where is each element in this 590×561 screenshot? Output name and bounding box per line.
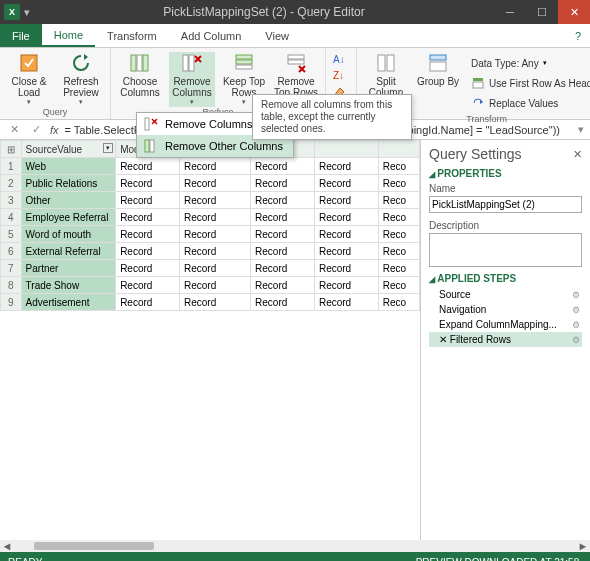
cell[interactable]: Reco [378, 294, 419, 311]
rownum-cell[interactable]: 3 [1, 192, 22, 209]
tab-home[interactable]: Home [42, 24, 95, 47]
table-row[interactable]: 2 Public Relations Record Record Record … [1, 175, 420, 192]
cell[interactable]: Record [116, 260, 180, 277]
help-button[interactable]: ? [566, 24, 590, 47]
cell[interactable]: Record [179, 277, 250, 294]
cell[interactable]: Record [251, 243, 315, 260]
refresh-preview-button[interactable]: Refresh Preview▾ [58, 52, 104, 107]
gear-icon[interactable]: ⚙ [572, 320, 580, 330]
cell[interactable]: Record [251, 260, 315, 277]
cell-sourcevalue[interactable]: Word of mouth [21, 226, 116, 243]
cell[interactable]: Record [116, 158, 180, 175]
gear-icon[interactable]: ⚙ [572, 290, 580, 300]
col-6[interactable] [378, 141, 419, 158]
applied-step[interactable]: ✕ Filtered Rows⚙ [429, 332, 582, 347]
cell[interactable]: Record [179, 226, 250, 243]
maximize-button[interactable]: ☐ [526, 0, 558, 24]
cell[interactable]: Reco [378, 158, 419, 175]
applied-steps-section[interactable]: APPLIED STEPS [429, 273, 582, 284]
cell[interactable]: Reco [378, 175, 419, 192]
description-input[interactable] [429, 233, 582, 267]
cell[interactable]: Record [179, 243, 250, 260]
applied-step[interactable]: Expand ColumnMapping...⚙ [429, 317, 582, 332]
cell[interactable]: Record [314, 209, 378, 226]
cell[interactable]: Record [251, 158, 315, 175]
rownum-cell[interactable]: 8 [1, 277, 22, 294]
col-5[interactable] [314, 141, 378, 158]
table-row[interactable]: 5 Word of mouth Record Record Record Rec… [1, 226, 420, 243]
properties-section[interactable]: PROPERTIES [429, 168, 582, 179]
table-row[interactable]: 9 Advertisement Record Record Record Rec… [1, 294, 420, 311]
pane-close-button[interactable]: ✕ [573, 148, 582, 161]
cell[interactable]: Record [314, 175, 378, 192]
filter-icon[interactable]: ▾ [103, 143, 113, 153]
rownum-cell[interactable]: 7 [1, 260, 22, 277]
applied-step[interactable]: Navigation⚙ [429, 302, 582, 317]
name-input[interactable] [429, 196, 582, 213]
cell[interactable]: Record [116, 175, 180, 192]
replace-values-button[interactable]: Replace Values [471, 94, 590, 112]
data-grid[interactable]: ⊞ SourceValue▾ ModifiedBy↔ ProcessCode↔ … [0, 140, 420, 540]
title-dropdown[interactable]: ▾ [20, 6, 34, 19]
applied-step[interactable]: Source⚙ [429, 287, 582, 302]
table-row[interactable]: 8 Trade Show Record Record Record Record… [1, 277, 420, 294]
tab-add-column[interactable]: Add Column [169, 24, 254, 47]
cell[interactable]: Record [179, 158, 250, 175]
cell-sourcevalue[interactable]: Trade Show [21, 277, 116, 294]
cell-sourcevalue[interactable]: Advertisement [21, 294, 116, 311]
rownum-cell[interactable]: 5 [1, 226, 22, 243]
cancel-formula-button[interactable]: ✕ [6, 123, 22, 136]
gear-icon[interactable]: ⚙ [572, 305, 580, 315]
cell[interactable]: Record [116, 192, 180, 209]
rownum-cell[interactable]: 9 [1, 294, 22, 311]
cell[interactable]: Reco [378, 277, 419, 294]
cell[interactable]: Record [314, 226, 378, 243]
cell[interactable]: Record [179, 260, 250, 277]
cell[interactable]: Record [251, 277, 315, 294]
tab-view[interactable]: View [253, 24, 301, 47]
cell[interactable]: Record [314, 158, 378, 175]
cell[interactable]: Record [251, 192, 315, 209]
cell[interactable]: Record [116, 243, 180, 260]
horizontal-scrollbar[interactable]: ◄► [0, 540, 590, 552]
rownum-cell[interactable]: 6 [1, 243, 22, 260]
table-row[interactable]: 4 Employee Referral Record Record Record… [1, 209, 420, 226]
remove-columns-button[interactable]: Remove Columns▾ [169, 52, 215, 107]
tab-file[interactable]: File [0, 24, 42, 47]
cell[interactable]: Record [116, 294, 180, 311]
cell-sourcevalue[interactable]: Web [21, 158, 116, 175]
accept-formula-button[interactable]: ✓ [28, 123, 44, 136]
cell[interactable]: Record [116, 226, 180, 243]
close-button[interactable]: ✕ [558, 0, 590, 24]
rownum-header[interactable]: ⊞ [1, 141, 22, 158]
cell-sourcevalue[interactable]: Partner [21, 260, 116, 277]
cell[interactable]: Reco [378, 243, 419, 260]
tab-transform[interactable]: Transform [95, 24, 169, 47]
cell[interactable]: Record [116, 277, 180, 294]
cell[interactable]: Record [251, 175, 315, 192]
table-row[interactable]: 7 Partner Record Record Record Record Re… [1, 260, 420, 277]
cell-sourcevalue[interactable]: External Referral [21, 243, 116, 260]
cell[interactable]: Reco [378, 260, 419, 277]
rownum-cell[interactable]: 1 [1, 158, 22, 175]
cell[interactable]: Record [314, 192, 378, 209]
cell[interactable]: Record [179, 294, 250, 311]
cell[interactable]: Reco [378, 226, 419, 243]
group-by-button[interactable]: Group By [415, 52, 461, 114]
cell[interactable]: Record [179, 209, 250, 226]
table-row[interactable]: 6 External Referral Record Record Record… [1, 243, 420, 260]
minimize-button[interactable]: ─ [494, 0, 526, 24]
cell[interactable]: Record [116, 209, 180, 226]
data-type-button[interactable]: Data Type: Any▾ [471, 54, 590, 72]
cell-sourcevalue[interactable]: Public Relations [21, 175, 116, 192]
cell[interactable]: Record [179, 192, 250, 209]
table-row[interactable]: 1 Web Record Record Record Record Reco [1, 158, 420, 175]
close-load-button[interactable]: Close & Load▾ [6, 52, 52, 107]
gear-icon[interactable]: ⚙ [572, 335, 580, 345]
formula-dropdown[interactable]: ▾ [578, 123, 584, 136]
rownum-cell[interactable]: 2 [1, 175, 22, 192]
sort-asc-icon[interactable]: A↓ [332, 52, 350, 66]
table-row[interactable]: 3 Other Record Record Record Record Reco [1, 192, 420, 209]
cell[interactable]: Record [179, 175, 250, 192]
col-sourcevalue[interactable]: SourceValue▾ [21, 141, 116, 158]
